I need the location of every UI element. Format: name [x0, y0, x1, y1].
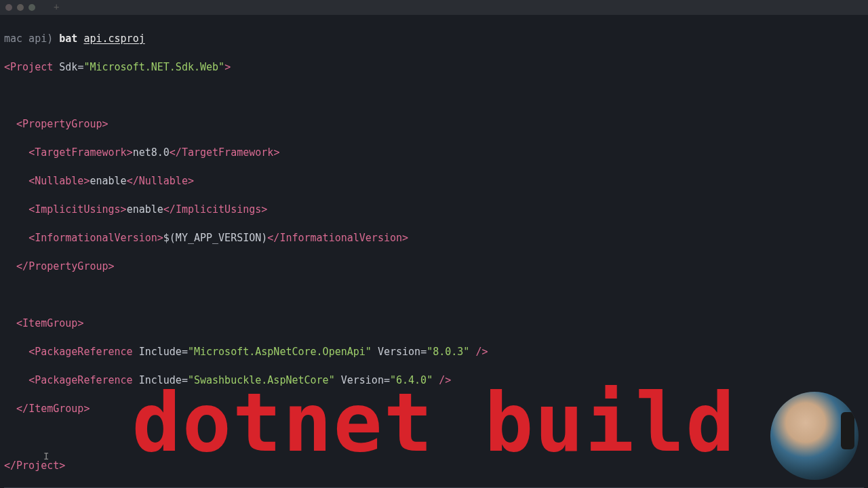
new-tab-button[interactable]: + — [54, 1, 59, 14]
command-arg-file: api.csproj — [83, 33, 144, 45]
xml-line: <PackageReference Include="Microsoft.Asp… — [4, 345, 864, 359]
window-titlebar: + — [0, 0, 868, 15]
command-name: bat — [59, 33, 83, 45]
xml-line: <TargetFramework>net8.0</TargetFramework… — [4, 146, 864, 160]
minimize-window-button[interactable] — [17, 4, 24, 11]
xml-line: <Nullable>enable</Nullable> — [4, 174, 864, 188]
xml-blank — [4, 288, 864, 302]
xml-line: </PropertyGroup> — [4, 260, 864, 274]
xml-line: <PropertyGroup> — [4, 117, 864, 131]
overlay-caption: dotnet build — [0, 366, 868, 480]
close-window-button[interactable] — [5, 4, 12, 11]
xml-line: <ImplicitUsings>enable</ImplicitUsings> — [4, 203, 864, 217]
xml-blank — [4, 89, 864, 103]
prompt-line-1: mac api) bat api.csproj — [4, 32, 864, 46]
maximize-window-button[interactable] — [28, 4, 35, 11]
webcam-overlay — [770, 392, 859, 480]
xml-line: <InformationalVersion>$(MY_APP_VERSION)<… — [4, 231, 864, 245]
text-cursor-icon: I — [43, 450, 49, 464]
xml-line: <ItemGroup> — [4, 317, 864, 331]
prompt-host: mac api) — [4, 33, 59, 45]
xml-line: <Project Sdk="Microsoft.NET.Sdk.Web"> — [4, 60, 864, 75]
